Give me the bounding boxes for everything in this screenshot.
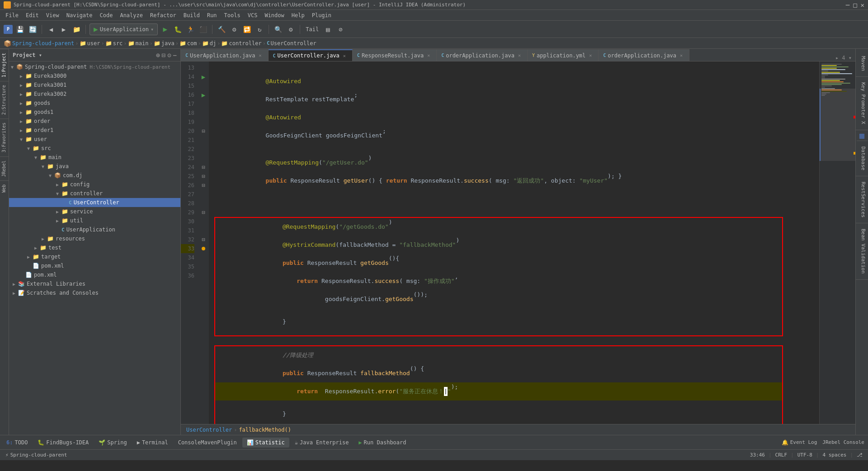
bottom-tab-maven-console[interactable]: ConsoleMavenPlugin [174,438,241,447]
menu-window[interactable]: Window [261,11,288,19]
tree-item-usercontroller[interactable]: C UserController [9,198,180,207]
breadcrumb-src[interactable]: src [113,40,123,47]
tree-item-controller[interactable]: ▼ 📁 controller [9,189,180,198]
database-tab[interactable]: Database [856,141,868,176]
structure-panel-tab[interactable]: 2:Structure [0,81,9,118]
breadcrumb-user[interactable]: user [87,40,100,47]
qrcode-icon[interactable]: ▦ [857,130,868,141]
beanvalidation-tab[interactable]: Bean Validation [856,223,868,279]
fold-gutter-24[interactable]: ⊟ [202,164,205,170]
tree-item-eureka3001[interactable]: ▶ 📁 Eureka3001 [9,80,180,89]
run-button[interactable]: ▶ [160,24,170,35]
tree-item-eureka3002[interactable]: ▶ 📁 Eureka3002 [9,89,180,99]
tree-item-eureka3000[interactable]: ▶ 📁 Eureka3000 [9,71,180,80]
tree-item-src[interactable]: ▼ 📁 src [9,144,180,153]
run-gutter-14[interactable]: ▶ [202,73,205,80]
menu-plugin[interactable]: Plugin [308,11,335,19]
save-all-button[interactable]: 💾 [14,24,25,35]
favorites-panel-tab[interactable]: 3:Favorites [0,118,9,156]
tab-close-responseresult[interactable]: ✕ [425,52,432,59]
tab-close-userapplication[interactable]: ✕ [257,52,264,59]
debug-button[interactable]: 🐛 [172,24,183,35]
update-button[interactable]: ↻ [254,24,265,35]
menu-run[interactable]: Run [203,11,221,19]
search-button[interactable]: 🔍 [273,24,283,35]
tab-applicationyml[interactable]: Y application.yml ✕ [528,49,599,61]
run-coverage-button[interactable]: 🏃 [185,24,196,35]
tree-item-main[interactable]: ▼ 📁 main [9,153,180,162]
jrebel-console-button[interactable]: JRebel Console [821,439,866,445]
bottom-breadcrumb-fallback[interactable]: fallbackMethod() [239,427,291,433]
tree-item-com-dj[interactable]: ▼ 📦 com.dj [9,171,180,180]
breadcrumb-project[interactable]: Spring-cloud-parent [12,40,74,47]
key-promoter-tab[interactable]: Key Promoter X [856,77,868,130]
breadcrumb-com[interactable]: com [187,40,197,47]
minimize-button[interactable]: ─ [846,1,849,9]
tree-item-external-libraries[interactable]: ▶ 📚 External Libraries [9,279,180,288]
menu-code[interactable]: Code [96,11,117,19]
settings-button[interactable]: ⚙ [285,24,296,35]
indent-indicator[interactable]: 4 spaces [821,452,848,458]
tree-item-service[interactable]: ▶ 📁 service [9,207,180,216]
collapse-all-button[interactable]: ⊟ [162,52,165,59]
tab-orderapplication2[interactable]: C orderApplication.java ✕ [599,49,689,61]
tab-close-orderapplication2[interactable]: ✕ [678,52,684,59]
forward-button[interactable]: ▶ [58,24,69,35]
breadcrumb-usercontroller[interactable]: UserController [271,40,316,47]
tree-item-test[interactable]: ▶ 📁 test [9,243,180,252]
line-ending-indicator[interactable]: CRLF [774,452,789,458]
tab-close-orderapplication[interactable]: ✕ [516,52,523,59]
run-config-dropdown[interactable]: ▶ UserApplication ▾ [90,24,158,35]
power-button[interactable]: ⊘ [335,24,346,35]
layout-button[interactable]: ▤ [322,24,333,35]
menu-help[interactable]: Help [288,11,308,19]
tab-usercontroller[interactable]: C UserController.java ✕ [269,49,353,61]
tree-item-goods[interactable]: ▶ 📁 goods [9,99,180,108]
event-log-button[interactable]: 🔔 Event Log [780,439,819,446]
bottom-tab-run-dashboard[interactable]: ▶ Run Dashboard [354,438,410,447]
tab-close-usercontroller[interactable]: ✕ [341,52,348,59]
rebuild-button[interactable]: 🔁 [241,24,252,35]
breadcrumb-controller[interactable]: controller [229,40,261,47]
build-all-button[interactable]: ⚙ [229,24,240,35]
maven-panel-tab[interactable]: Maven [856,51,868,77]
breadcrumb-dj[interactable]: dj [210,40,216,47]
fold-gutter-29[interactable]: ⊟ [202,209,205,216]
tree-item-resources[interactable]: ▶ 📁 resources [9,234,180,243]
tree-item-scratches[interactable]: ▶ 📝 Scratches and Consoles [9,288,180,297]
git-branch[interactable]: ⎇ [855,452,864,458]
tree-item-userapplication[interactable]: C UserApplication [9,225,180,234]
tail-label[interactable]: Tail [304,26,321,33]
tree-item-order[interactable]: ▶ 📁 order [9,117,180,126]
tree-item-user[interactable]: ▼ 📁 user [9,135,180,144]
web-panel-tab[interactable]: Web [0,180,9,196]
project-panel-tab[interactable]: 1:Project [0,49,9,81]
maximize-button[interactable]: □ [853,1,857,9]
sync-button[interactable]: 🔄 [27,24,38,35]
menu-refactor[interactable]: Refactor [146,11,180,19]
bottom-tab-findbugs[interactable]: 🐛 FindBugs-IDEA [33,438,93,447]
restservices-tab[interactable]: RestServices [856,176,868,223]
bottom-tab-statistic[interactable]: 📊 Statistic [242,438,289,447]
fold-gutter-25[interactable]: ⊟ [202,173,205,179]
breadcrumb-main[interactable]: main [136,40,149,47]
status-context[interactable]: ⚡ Spring-cloud-parent [4,452,69,458]
bottom-tab-spring[interactable]: 🌱 Spring [94,438,131,447]
menu-vcs[interactable]: VCS [244,11,261,19]
tab-userapplication[interactable]: C UserApplication.java ✕ [181,49,269,61]
menu-analyze[interactable]: Analyze [116,11,146,19]
run-gutter-16[interactable]: ▶ [202,91,205,99]
tab-orderapplication[interactable]: C orderApplication.java ✕ [437,49,528,61]
tree-item-java[interactable]: ▼ 📁 java [9,162,180,171]
menu-tools[interactable]: Tools [221,11,244,19]
fold-gutter-32[interactable]: ⊟ [202,236,205,243]
jrebel-panel-tab[interactable]: JRebel [0,156,9,180]
tree-settings-button[interactable]: ⚙ [167,52,171,59]
tree-item-pom-user[interactable]: 📄 pom.xml [9,261,180,270]
back-button[interactable]: ◀ [46,24,57,35]
tree-item-target[interactable]: ▶ 📁 target [9,252,180,261]
stop-button[interactable]: ⬛ [198,24,208,35]
fold-gutter-20[interactable]: ⊟ [202,128,205,134]
recent-files-button[interactable]: 📁 [71,24,82,35]
build-button[interactable]: 🔨 [216,24,227,35]
